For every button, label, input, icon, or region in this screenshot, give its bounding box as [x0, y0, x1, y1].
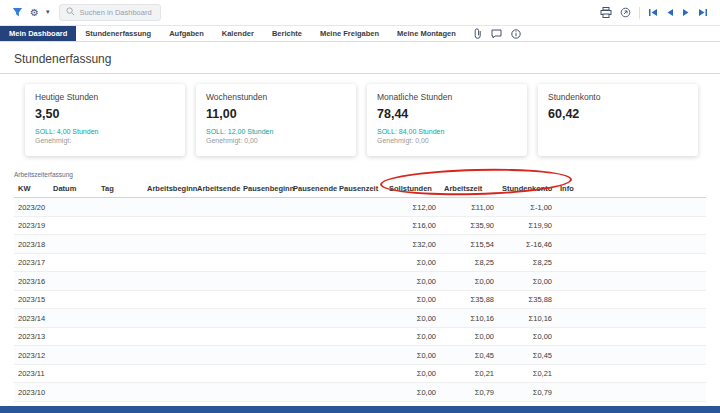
table-row[interactable]: 2023/15Σ0,00Σ35,88Σ35,88	[14, 290, 706, 309]
tab-mein-dashboard[interactable]: Mein Dashboard	[0, 26, 76, 41]
column-header-tag[interactable]: Tag	[97, 181, 143, 198]
last-page-icon[interactable]	[698, 8, 708, 17]
cell-arbeitsbeginn	[143, 272, 193, 291]
cell-info	[556, 235, 706, 254]
table-section-label: Arbeitszeiterfassung	[14, 171, 720, 178]
cell-pausenende	[289, 364, 335, 383]
tab-meine-montagen[interactable]: Meine Montagen	[388, 26, 465, 41]
tab-aufgaben[interactable]: Aufgaben	[160, 26, 213, 41]
table-row[interactable]: 2023/20Σ12,00Σ11,00Σ-1,00	[14, 198, 706, 217]
cell-tag	[97, 235, 143, 254]
cell-tag	[97, 216, 143, 235]
export-circle-icon[interactable]	[620, 7, 631, 18]
paperclip-icon[interactable]	[473, 28, 482, 39]
print-icon[interactable]	[600, 7, 612, 18]
cell-arbeitszeit: Σ0,00	[440, 272, 498, 291]
column-header-arbeitszeit[interactable]: Arbeitszeit	[440, 181, 498, 198]
cell-kw: 2023/10	[14, 383, 49, 402]
table-row[interactable]: 2023/11Σ0,00Σ0,21Σ0,21	[14, 364, 706, 383]
cell-arbeitszeit: Σ0,79	[440, 383, 498, 402]
column-header-pausenbeginn[interactable]: Pausenbeginn	[239, 181, 289, 198]
cell-arbeitszeit: Σ11,00	[440, 198, 498, 217]
cell-sollstunden: Σ0,00	[385, 309, 440, 328]
table-row[interactable]: 2023/17Σ0,00Σ8,25Σ8,25	[14, 253, 706, 272]
title-divider	[0, 73, 720, 74]
cell-pausenbeginn	[239, 383, 289, 402]
cell-kw: 2023/20	[14, 198, 49, 217]
card-approved-label: Genehmigt: 0,00	[377, 137, 517, 144]
cell-sollstunden: Σ0,00	[385, 272, 440, 291]
cell-pausenbeginn	[239, 327, 289, 346]
cell-tag	[97, 327, 143, 346]
info-icon[interactable]	[511, 29, 521, 39]
prev-page-icon[interactable]	[666, 8, 674, 17]
cell-tag	[97, 253, 143, 272]
cell-pausenende	[289, 327, 335, 346]
cell-arbeitsbeginn	[143, 309, 193, 328]
cell-info	[556, 290, 706, 309]
column-header-arbeitsbeginn[interactable]: Arbeitsbeginn	[143, 181, 193, 198]
table-row[interactable]: 2023/14Σ0,00Σ10,16Σ10,16	[14, 309, 706, 328]
card-value: 78,44	[377, 107, 517, 121]
cell-datum	[49, 327, 97, 346]
card-soll-label: SOLL: 4,00 Stunden	[35, 128, 175, 135]
cell-arbeitsende	[193, 253, 239, 272]
next-page-icon[interactable]	[682, 8, 690, 17]
cell-pausenende	[289, 235, 335, 254]
tab-berichte[interactable]: Berichte	[263, 26, 311, 41]
worktime-table: KWDatumTagArbeitsbeginnArbeitsendePausen…	[14, 181, 706, 413]
cell-pausenbeginn	[239, 290, 289, 309]
first-page-icon[interactable]	[648, 8, 658, 17]
cell-stundenkonto: Σ10,16	[498, 309, 556, 328]
tab-stundenerfassung[interactable]: Stundenerfassung	[76, 26, 160, 41]
cell-tag	[97, 346, 143, 365]
topbar-right-actions	[600, 7, 708, 19]
cell-sollstunden: Σ16,00	[385, 216, 440, 235]
gear-icon[interactable]: ⚙	[30, 8, 39, 18]
table-row[interactable]: 2023/13Σ0,00Σ0,00Σ0,00	[14, 327, 706, 346]
cell-stundenkonto: Σ0,00	[498, 327, 556, 346]
cell-kw: 2023/12	[14, 346, 49, 365]
comment-icon[interactable]	[491, 29, 502, 39]
column-header-arbeitsende[interactable]: Arbeitsende	[193, 181, 239, 198]
column-header-kw[interactable]: KW	[14, 181, 49, 198]
search-input[interactable]	[79, 8, 161, 17]
main-content: Stundenerfassung Heutige Stunden3,50SOLL…	[0, 52, 720, 413]
cell-pausenbeginn	[239, 309, 289, 328]
column-header-pausenzeit[interactable]: Pausenzeit	[335, 181, 385, 198]
table-row[interactable]: 2023/18Σ32,00Σ15,54Σ-16,46	[14, 235, 706, 254]
table-row[interactable]: 2023/10Σ0,00Σ0,79Σ0,79	[14, 383, 706, 402]
cell-pausenbeginn	[239, 272, 289, 291]
filter-icon[interactable]	[12, 7, 23, 18]
table-row[interactable]: 2023/16Σ0,00Σ0,00Σ0,00	[14, 272, 706, 291]
column-header-pausenende[interactable]: Pausenende	[289, 181, 335, 198]
cell-arbeitsende	[193, 327, 239, 346]
cell-info	[556, 253, 706, 272]
chevron-down-icon[interactable]: ▾	[46, 9, 50, 16]
card-title: Wochenstunden	[206, 92, 346, 102]
cell-arbeitszeit: Σ15,54	[440, 235, 498, 254]
column-header-sollstunden[interactable]: Sollstunden	[385, 181, 440, 198]
top-toolbar: ⚙ ▾	[0, 0, 720, 26]
card-title: Heutige Stunden	[35, 92, 175, 102]
cell-pausenende	[289, 309, 335, 328]
cell-datum	[49, 309, 97, 328]
card-title: Monatliche Stunden	[377, 92, 517, 102]
cell-kw: 2023/11	[14, 364, 49, 383]
column-header-datum[interactable]: Datum	[49, 181, 97, 198]
tab-kalender[interactable]: Kalender	[213, 26, 263, 41]
table-row[interactable]: 2023/12Σ0,00Σ0,45Σ0,45	[14, 346, 706, 365]
column-header-info[interactable]: Info	[556, 181, 706, 198]
cell-stundenkonto: Σ8,25	[498, 253, 556, 272]
column-header-stundenkonto[interactable]: Stundenkonto	[498, 181, 556, 198]
page-title: Stundenerfassung	[14, 52, 720, 66]
table-row[interactable]: 2023/19Σ16,00Σ35,90Σ19,90	[14, 216, 706, 235]
cell-arbeitsbeginn	[143, 216, 193, 235]
cell-sollstunden: Σ0,00	[385, 253, 440, 272]
cell-info	[556, 383, 706, 402]
cell-datum	[49, 253, 97, 272]
cell-info	[556, 327, 706, 346]
tab-meine-freigaben[interactable]: Meine Freigaben	[311, 26, 388, 41]
cell-pausenende	[289, 290, 335, 309]
cell-kw: 2023/15	[14, 290, 49, 309]
